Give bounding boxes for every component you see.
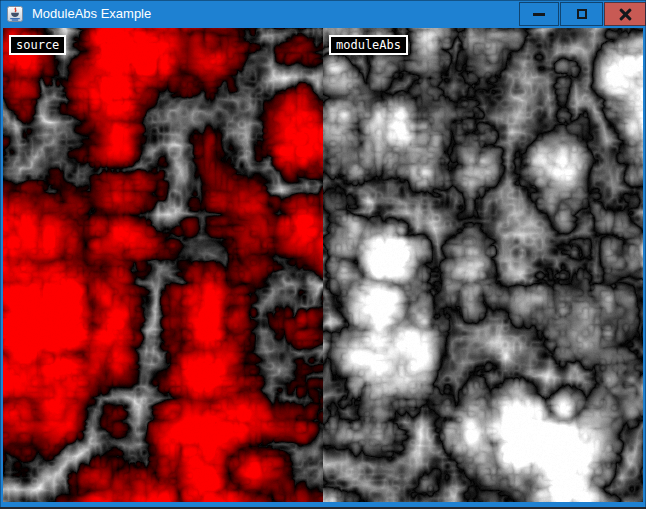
window-top-edge: [0, 0, 646, 1]
maximize-icon: [577, 9, 587, 19]
minimize-button[interactable]: [519, 2, 559, 26]
source-noise-image: [3, 28, 323, 502]
java-app-icon: [7, 6, 23, 22]
moduleabs-panel: moduleAbs: [323, 28, 643, 502]
content-area: source moduleAbs: [3, 28, 643, 502]
window-controls: [519, 2, 646, 26]
window-title: ModuleAbs Example: [32, 0, 151, 28]
close-icon: [619, 8, 632, 21]
titlebar[interactable]: ModuleAbs Example: [0, 0, 646, 28]
window-left-edge: [0, 0, 1, 509]
source-panel: source: [3, 28, 323, 502]
minimize-icon: [533, 13, 545, 16]
close-button[interactable]: [604, 2, 646, 26]
app-window: ModuleAbs Example source moduleAbs: [0, 0, 646, 509]
moduleabs-noise-image: [323, 28, 643, 502]
moduleabs-label: moduleAbs: [329, 35, 408, 55]
maximize-button[interactable]: [560, 2, 603, 26]
source-label: source: [9, 35, 66, 55]
